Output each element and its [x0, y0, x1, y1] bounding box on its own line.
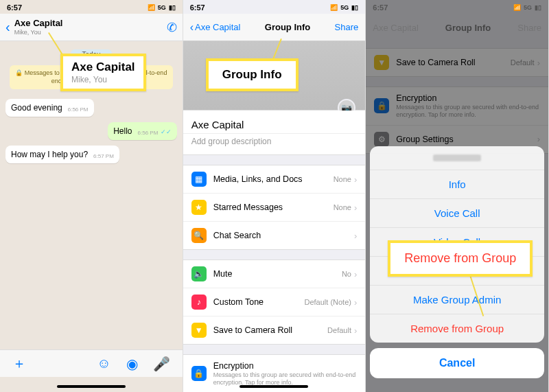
cell-label-text: Encryption [396, 93, 436, 103]
msg-text: Hello [113, 126, 132, 136]
msg-in[interactable]: Good evening6:56 PM [5, 99, 94, 117]
mute-icon: 🔈 [191, 266, 207, 281]
chevron-right-icon: › [354, 174, 357, 185]
opt-make-admin[interactable]: Make Group Admin [370, 286, 544, 314]
status-time: 6:57 [190, 3, 205, 12]
lock-icon: 🔒 [374, 98, 389, 113]
chevron-right-icon: › [354, 325, 357, 336]
cell-value: Default [327, 326, 351, 334]
mic-icon[interactable]: 🎤 [153, 356, 170, 372]
cell-value: None [334, 175, 351, 183]
action-sheet-title [370, 146, 544, 170]
status-time: 6:57 [7, 3, 22, 12]
status-indicators: 📶 5G ▮▯ [148, 4, 176, 11]
msg-time: 6:57 PM [93, 153, 114, 159]
group-desc-cell[interactable]: Add group description [183, 134, 366, 154]
cell-label: Save to Camera Roll [396, 58, 510, 67]
signal-icon: 📶 [513, 4, 521, 11]
nav-title: Group Info [445, 23, 491, 33]
network-label: 5G [340, 4, 349, 11]
cell-label: Starred Messages [213, 203, 334, 212]
cell-label: Mute [213, 269, 342, 279]
msg-text: Good evening [11, 103, 62, 113]
cell-starred[interactable]: ★Starred MessagesNone› [183, 194, 366, 222]
cell-label: Save to Camera Roll [213, 325, 327, 335]
add-icon[interactable]: ＋ [12, 354, 26, 373]
media-icon: ▦ [191, 172, 207, 187]
panel-group-info: 6:57 📶 5G ▮▯ Axe Capital Group Info Shar… [183, 0, 366, 392]
msg-time: 6:56 PM [138, 130, 159, 136]
cell-value: Default (Note) [304, 298, 351, 306]
chat-title: Axe Capital [14, 19, 63, 28]
cell-label: Custom Tone [213, 297, 305, 307]
gear-icon: ⚙ [374, 132, 389, 147]
cell-media[interactable]: ▦Media, Links, and DocsNone› [183, 165, 366, 194]
cell-mute[interactable]: 🔈MuteNo› [183, 260, 366, 288]
status-bar: 6:57 📶 5G ▮▯ [0, 0, 183, 14]
cell-label-text: Encryption [213, 361, 254, 371]
share-link[interactable]: Share [335, 22, 359, 32]
cell-tone[interactable]: ♪Custom ToneDefault (Note)› [183, 288, 366, 316]
save-icon: ▼ [374, 55, 389, 70]
group-name: Axe Capital [191, 119, 358, 130]
groupinfo-nav: Axe Capital Group Info Share [366, 14, 548, 41]
camera-icon[interactable]: ◉ [126, 356, 138, 372]
back-link[interactable]: Axe Capital [190, 21, 241, 34]
back-link: Axe Capital [373, 23, 418, 33]
battery-icon: ▮▯ [351, 4, 358, 11]
status-bar: 6:57 📶 5G ▮▯ [366, 0, 548, 14]
cell-value: None [334, 203, 351, 211]
chat-toolbar: ＋ ☺ ◉ 🎤 [0, 349, 183, 377]
chevron-right-icon: › [354, 231, 357, 241]
action-sheet-cancel[interactable]: Cancel [370, 348, 544, 378]
call-icon[interactable]: ✆ [167, 20, 177, 35]
cell-value: Default [511, 58, 535, 67]
group-name-cell[interactable]: Axe Capital [183, 111, 366, 134]
network-label: 5G [158, 4, 166, 11]
panel-chat: 6:57 📶 5G ▮▯ ‹ Axe Capital Mike, You ✆ T… [0, 0, 183, 392]
cell-label: Chat Search [213, 231, 354, 240]
callout-chat-title: Axe Capital Mike, You [60, 54, 146, 91]
chat-title-block[interactable]: Axe Capital Mike, You [14, 19, 63, 35]
status-indicators: 📶 5G ▮▯ [513, 4, 541, 11]
status-bar: 6:57 📶 5G ▮▯ [183, 0, 366, 14]
cell-encryption: 🔒EncryptionMessages to this group are se… [366, 87, 548, 126]
network-label: 5G [524, 4, 532, 11]
read-ticks-icon: ✓✓ [161, 128, 172, 135]
tone-icon: ♪ [191, 295, 207, 310]
nav-title: Group Info [265, 22, 310, 32]
sticker-icon[interactable]: ☺ [97, 356, 110, 372]
panel-action-sheet: ▼Save to Camera RollDefault› 🔒Encryption… [366, 0, 549, 392]
cell-search[interactable]: 🔍Chat Search› [183, 222, 366, 249]
chevron-right-icon: › [537, 134, 540, 144]
callout-group-info: Group Info [206, 58, 299, 91]
back-icon[interactable]: ‹ [5, 19, 10, 35]
battery-icon: ▮▯ [535, 4, 541, 11]
star-icon: ★ [191, 200, 207, 215]
battery-icon: ▮▯ [169, 4, 176, 11]
save-icon: ▼ [191, 323, 207, 338]
search-icon: 🔍 [191, 228, 207, 243]
status-indicators: 📶 5G ▮▯ [330, 4, 358, 11]
opt-remove-from-group[interactable]: Remove from Group [370, 314, 544, 343]
cell-save[interactable]: ▼Save to Camera RollDefault› [183, 316, 366, 344]
callout-sub: Mike, You [71, 75, 135, 84]
share-link: Share [517, 23, 541, 33]
cell-label: Media, Links, and Docs [213, 174, 334, 184]
cell-label: EncryptionMessages to this group are sec… [396, 93, 540, 119]
lock-icon: 🔒 [191, 366, 207, 381]
chat-nav: ‹ Axe Capital Mike, You ✆ [0, 14, 183, 41]
opt-info[interactable]: Info [370, 170, 544, 199]
cell-sub: Messages to this group are secured with … [213, 371, 358, 387]
msg-out[interactable]: Hello6:56 PM ✓✓ [108, 122, 177, 140]
msg-text: How may I help you? [11, 150, 88, 159]
msg-in[interactable]: How may I help you?6:57 PM [5, 146, 119, 163]
opt-voice-call[interactable]: Voice Call [370, 199, 544, 228]
cell-label: Group Settings [396, 135, 537, 144]
groupinfo-nav: Axe Capital Group Info Share [183, 14, 366, 41]
cell-value: No [342, 270, 351, 278]
cell-label: EncryptionMessages to this group are sec… [213, 361, 358, 387]
home-indicator [240, 385, 308, 388]
chevron-right-icon: › [537, 58, 540, 68]
home-indicator [57, 385, 126, 388]
